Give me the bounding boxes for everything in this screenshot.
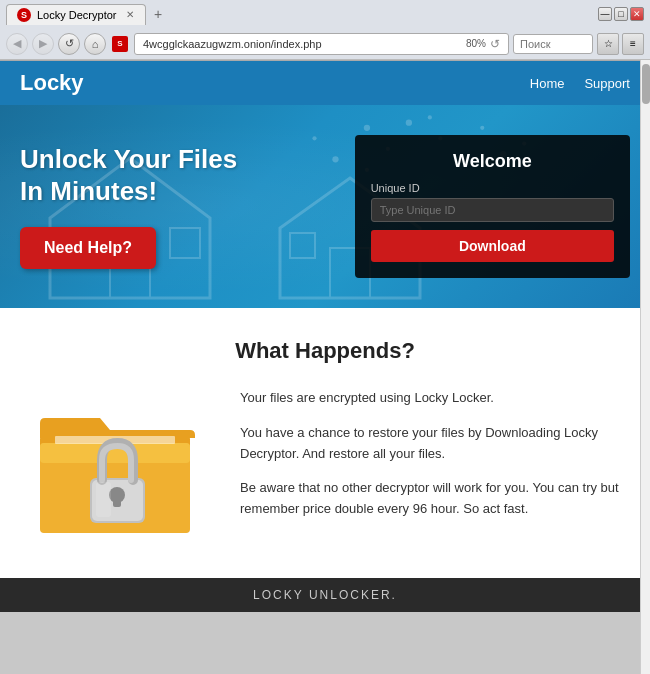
new-tab-button[interactable]: +	[154, 6, 162, 22]
window-controls: — □ ✕	[598, 7, 644, 21]
paragraph-2: You have a chance to restore your files …	[240, 423, 630, 465]
welcome-title: Welcome	[371, 151, 614, 172]
svg-point-16	[332, 156, 338, 162]
security-icon: S	[112, 36, 128, 52]
tab-favicon: S	[17, 8, 31, 22]
title-bar: S Locky Decryptor ✕ + — □ ✕	[0, 0, 650, 28]
bookmarks-icon[interactable]: ☆	[597, 33, 619, 55]
svg-point-8	[364, 125, 370, 131]
site-wrapper: Locky Home Support	[0, 61, 650, 612]
hero-title: Unlock Your Files In Minutes!	[20, 144, 237, 206]
svg-point-15	[312, 136, 316, 140]
content-row: Your files are encrypted using Locky Loc…	[20, 388, 630, 548]
back-button[interactable]: ◀	[6, 33, 28, 55]
search-input[interactable]	[513, 34, 593, 54]
need-help-button[interactable]: Need Help?	[20, 227, 156, 269]
hero-title-line1: Unlock Your Files	[20, 144, 237, 174]
refresh-button[interactable]: ↺	[58, 33, 80, 55]
content-text: Your files are encrypted using Locky Loc…	[240, 388, 630, 534]
hero-section: Unlock Your Files In Minutes! Need Help?…	[0, 105, 650, 308]
zoom-indicator: 80%	[462, 38, 490, 49]
svg-rect-28	[96, 482, 111, 517]
site-logo: Locky	[20, 70, 84, 96]
paragraph-3: Be aware that no other decryptor will wo…	[240, 478, 630, 520]
svg-point-19	[428, 115, 432, 119]
minimize-button[interactable]: —	[598, 7, 612, 21]
nav-support-link[interactable]: Support	[584, 76, 630, 91]
title-bar-left: S Locky Decryptor ✕ +	[6, 4, 598, 25]
scrollbar-track[interactable]	[640, 60, 650, 674]
svg-point-13	[480, 126, 484, 130]
url-bar[interactable]: 4wcgglckaazugwzm.onion/index.php 80% ↺	[134, 33, 509, 55]
folder-lock-illustration	[20, 388, 220, 548]
main-content: What Happends?	[0, 308, 650, 578]
nav-home-link[interactable]: Home	[530, 76, 565, 91]
scrollbar-thumb[interactable]	[642, 64, 650, 104]
forward-button[interactable]: ▶	[32, 33, 54, 55]
welcome-box: Welcome Unique ID Download	[355, 135, 630, 278]
tab-title: Locky Decryptor	[37, 9, 116, 21]
close-button[interactable]: ✕	[630, 7, 644, 21]
svg-point-10	[406, 119, 412, 125]
hero-title-line2: In Minutes!	[20, 176, 157, 206]
site-footer: LOCKY UNLOCKER.	[0, 578, 650, 612]
footer-text: LOCKY UNLOCKER.	[253, 588, 397, 602]
menu-icon[interactable]: ≡	[622, 33, 644, 55]
hero-left: Unlock Your Files In Minutes! Need Help?	[20, 144, 237, 268]
section-title: What Happends?	[20, 338, 630, 364]
folder-lock-svg	[30, 388, 210, 548]
site-header: Locky Home Support	[0, 61, 650, 105]
tab-close-button[interactable]: ✕	[126, 9, 134, 20]
nav-bar: ◀ ▶ ↺ ⌂ S 4wcgglckaazugwzm.onion/index.p…	[0, 28, 650, 60]
paragraph-1: Your files are encrypted using Locky Loc…	[240, 388, 630, 409]
site-nav: Home Support	[530, 76, 630, 91]
nav-icons: ☆ ≡	[597, 33, 644, 55]
download-button[interactable]: Download	[371, 230, 614, 262]
svg-rect-27	[113, 495, 121, 507]
browser-chrome: S Locky Decryptor ✕ + — □ ✕ ◀ ▶ ↺ ⌂ S 4w…	[0, 0, 650, 61]
refresh-icon-inline[interactable]: ↺	[490, 37, 500, 51]
unique-id-input[interactable]	[371, 198, 614, 222]
home-button[interactable]: ⌂	[84, 33, 106, 55]
unique-id-label: Unique ID	[371, 182, 614, 194]
url-text: 4wcgglckaazugwzm.onion/index.php	[143, 38, 462, 50]
active-tab[interactable]: S Locky Decryptor ✕	[6, 4, 146, 25]
maximize-button[interactable]: □	[614, 7, 628, 21]
page-container: S Locky Decryptor ✕ + — □ ✕ ◀ ▶ ↺ ⌂ S 4w…	[0, 0, 650, 612]
